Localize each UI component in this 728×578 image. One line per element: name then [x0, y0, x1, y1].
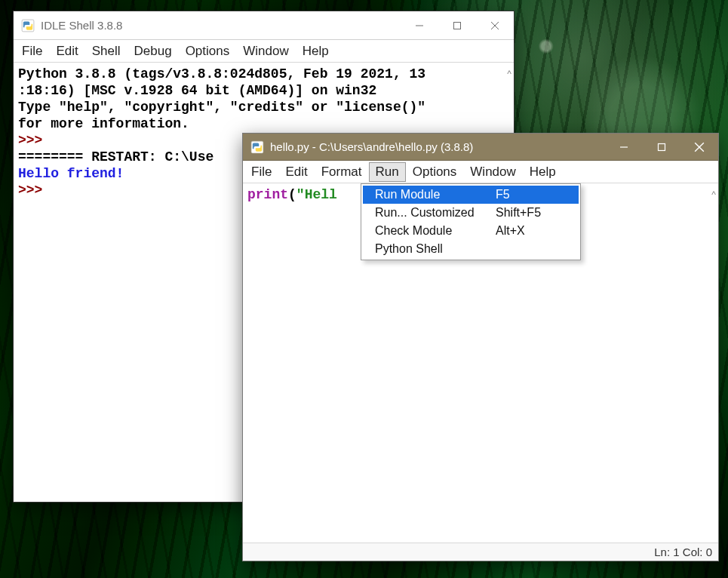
run-menu-item[interactable]: Check ModuleAlt+X [363, 222, 579, 240]
close-button[interactable] [680, 134, 718, 160]
editor-menubar: File Edit Format Run Options Window Help [243, 161, 718, 183]
window-editor: hello.py - C:\Users\andre\hello.py (3.8.… [242, 133, 719, 561]
editor-window-controls [605, 134, 718, 160]
menu-item-label: Run... Customized [375, 206, 488, 220]
shell-prompt: >>> [18, 183, 51, 198]
scroll-indicator-icon: ^ [507, 66, 511, 82]
shell-restart-line: ======== RESTART: C:\Use [18, 149, 213, 164]
editor-menu-file[interactable]: File [244, 162, 278, 182]
shell-window-controls [401, 11, 514, 39]
run-menu-item[interactable]: Run... CustomizedShift+F5 [363, 204, 579, 222]
shell-title-text: IDLE Shell 3.8.8 [41, 19, 122, 32]
code-token-paren: ( [288, 187, 296, 202]
shell-menu-options[interactable]: Options [179, 42, 237, 61]
editor-menu-format[interactable]: Format [315, 162, 369, 182]
shell-output-line: Hello friend! [18, 166, 124, 181]
editor-menu-options[interactable]: Options [406, 162, 464, 182]
shell-menu-debug[interactable]: Debug [127, 42, 179, 61]
editor-title-text: hello.py - C:\Users\andre\hello.py (3.8.… [270, 140, 473, 153]
shell-banner-line: Type "help", "copyright", "credits" or "… [18, 100, 425, 115]
shell-banner-line: Python 3.8.8 (tags/v3.8.8:024d805, Feb 1… [18, 66, 425, 81]
python-icon [21, 19, 35, 32]
shell-menu-file[interactable]: File [15, 42, 49, 61]
menu-item-label: Python Shell [375, 242, 488, 256]
svg-rect-7 [659, 143, 665, 150]
menu-item-label: Run Module [375, 188, 488, 201]
editor-titlebar[interactable]: hello.py - C:\Users\andre\hello.py (3.8.… [243, 134, 718, 161]
shell-menu-window[interactable]: Window [236, 42, 295, 61]
editor-statusbar: Ln: 1 Col: 0 [243, 543, 718, 561]
shell-menu-help[interactable]: Help [296, 42, 336, 61]
scroll-indicator-icon: ^ [711, 186, 716, 203]
shell-prompt: >>> [18, 133, 51, 148]
run-menu-item[interactable]: Run ModuleF5 [363, 186, 579, 204]
menu-item-shortcut: Alt+X [496, 224, 548, 238]
minimize-button[interactable] [605, 134, 643, 160]
shell-banner-line: for more information. [18, 116, 189, 131]
editor-menu-help[interactable]: Help [523, 162, 563, 182]
code-token-string: "Hell [296, 187, 337, 202]
menu-item-shortcut: F5 [496, 188, 548, 201]
maximize-button[interactable] [438, 11, 476, 39]
menu-item-label: Check Module [375, 224, 488, 238]
editor-status-text: Ln: 1 Col: 0 [654, 546, 712, 558]
run-menu-dropdown: Run ModuleF5Run... CustomizedShift+F5Che… [361, 183, 581, 260]
shell-menu-edit[interactable]: Edit [49, 42, 84, 61]
close-button[interactable] [476, 11, 514, 39]
editor-menu-edit[interactable]: Edit [278, 162, 314, 182]
shell-menubar: File Edit Shell Debug Options Window Hel… [14, 40, 514, 63]
shell-menu-shell[interactable]: Shell [85, 42, 127, 61]
python-icon [250, 140, 264, 154]
code-token-keyword: print [247, 187, 288, 202]
shell-titlebar[interactable]: IDLE Shell 3.8.8 [14, 11, 514, 40]
editor-menu-window[interactable]: Window [463, 162, 522, 182]
run-menu-item[interactable]: Python Shell [363, 240, 579, 258]
editor-menu-run[interactable]: Run [369, 162, 406, 182]
menu-item-shortcut: Shift+F5 [496, 206, 548, 220]
shell-banner-line: :18:16) [MSC v.1928 64 bit (AMD64)] on w… [18, 83, 376, 98]
svg-rect-2 [454, 22, 461, 29]
minimize-button[interactable] [401, 11, 438, 39]
maximize-button[interactable] [643, 134, 680, 160]
